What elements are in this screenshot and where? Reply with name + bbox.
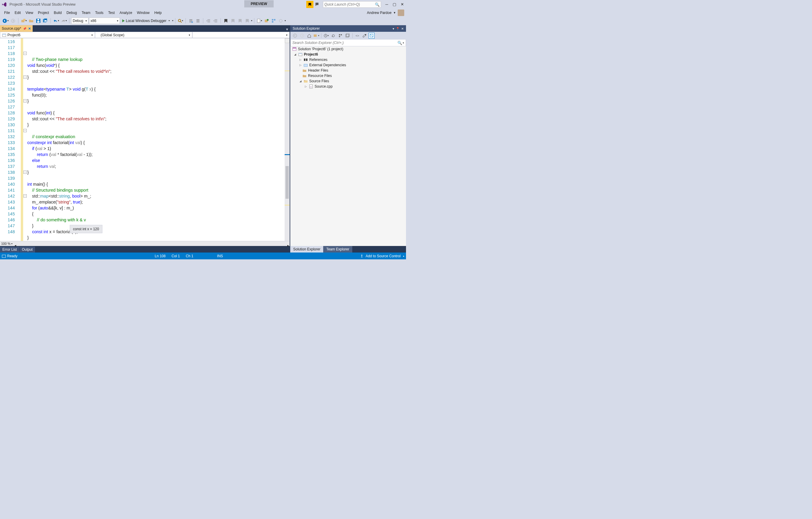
nav-project-combo[interactable]: Project6 ▾	[0, 32, 95, 38]
code-area[interactable]: // Two-phase name lookupvoid func(void*)…	[27, 38, 285, 241]
tab-solution-explorer[interactable]: Solution Explorer	[290, 246, 323, 252]
home-icon[interactable]	[306, 33, 312, 38]
svg-point-14	[267, 19, 269, 21]
find-button[interactable]: ▾	[177, 18, 184, 24]
avatar[interactable]	[398, 9, 404, 16]
nav-forward-button[interactable]	[10, 18, 16, 24]
refresh-icon[interactable]	[330, 33, 336, 38]
solution-tree[interactable]: Solution 'Project6' (1 project) ◢ Projec…	[290, 46, 406, 246]
collapse-icon[interactable]	[338, 33, 343, 38]
expander-icon[interactable]: ▷	[298, 58, 302, 61]
close-tab-icon[interactable]: ✕	[28, 27, 31, 31]
file-tab-source[interactable]: Source.cpp* 📌 ✕	[0, 25, 33, 32]
expander-icon[interactable]: ▷	[298, 63, 302, 67]
menu-analyze[interactable]: Analyze	[117, 9, 135, 16]
zoom-combo[interactable]: 100 %▾	[0, 242, 13, 245]
toolbar-overflow2-icon[interactable]: ▾	[251, 19, 252, 22]
pending-icon[interactable]: ▾	[323, 33, 329, 38]
panel-pin-icon[interactable]: 📍	[396, 27, 400, 30]
menu-file[interactable]: File	[2, 9, 12, 16]
minimize-button[interactable]: ─	[383, 1, 390, 8]
showall-icon[interactable]	[345, 33, 350, 38]
nav-member-combo[interactable]: ▾	[192, 32, 290, 38]
nav-back-button[interactable]: ▾	[2, 18, 9, 24]
menu-team[interactable]: Team	[79, 9, 93, 16]
bookmark-clear-button	[244, 18, 251, 24]
redo-button[interactable]: ▾	[60, 18, 67, 24]
tree-external[interactable]: ▷ External Dependencies	[290, 62, 406, 68]
open-file-button[interactable]	[28, 18, 34, 24]
code-icon[interactable]: <>	[354, 33, 360, 38]
uncomment-button[interactable]	[195, 18, 201, 24]
svg-point-0	[3, 19, 7, 23]
nav-scope-combo[interactable]: (Global Scope) ▾	[95, 32, 192, 38]
preview-icon[interactable]	[369, 33, 375, 38]
undo-button[interactable]: ▾	[53, 18, 60, 24]
comment-button[interactable]	[187, 18, 194, 24]
bookmark-button[interactable]	[223, 18, 229, 24]
tree-source-files[interactable]: ◢ Source Files	[290, 78, 406, 84]
tab-overflow-icon[interactable]: ▾	[284, 26, 290, 32]
new-file-button[interactable]: ▾	[256, 18, 263, 24]
indent-button[interactable]	[205, 18, 212, 24]
sync-icon[interactable]: ▾	[313, 33, 319, 38]
menu-debug[interactable]: Debug	[64, 9, 79, 16]
tree-project[interactable]: ◢ Project6	[290, 52, 406, 57]
pin-icon[interactable]: 📌	[23, 27, 26, 30]
quick-launch-input[interactable]	[324, 2, 375, 6]
expander-icon[interactable]: ◢	[293, 53, 297, 56]
solution-search-box[interactable]: 🔍▾	[290, 39, 406, 46]
search-icon[interactable]: 🔍	[397, 41, 402, 45]
outdent-button[interactable]	[212, 18, 219, 24]
feedback-send-icon[interactable]	[313, 1, 321, 8]
tree-references[interactable]: ▷ References	[290, 57, 406, 62]
code-editor[interactable]: 1161171181191201211221231241251261271281…	[0, 38, 290, 241]
fold-margin[interactable]: −−−−−−	[23, 38, 27, 241]
menu-tools[interactable]: Tools	[93, 9, 106, 16]
class-view-button[interactable]	[270, 18, 277, 24]
split-handle-icon[interactable]	[285, 38, 290, 43]
tab-error-list[interactable]: Error List	[0, 247, 19, 252]
start-debug-button[interactable]: Local Windows Debugger▾	[120, 19, 172, 23]
tree-solution[interactable]: Solution 'Project6' (1 project)	[290, 46, 406, 52]
add-class-button[interactable]	[263, 18, 270, 24]
panel-close-icon[interactable]: ✕	[401, 27, 404, 30]
save-all-button[interactable]	[42, 18, 49, 24]
restore-button[interactable]: ▢	[390, 1, 398, 8]
tree-header-files[interactable]: Header Files	[290, 68, 406, 73]
close-button[interactable]: ✕	[398, 1, 406, 8]
properties-icon[interactable]	[361, 33, 368, 38]
forward-icon[interactable]	[299, 33, 305, 38]
feedback-flag-icon[interactable]	[306, 1, 313, 8]
menu-build[interactable]: Build	[51, 9, 64, 16]
toolbar-overflow3-icon[interactable]: ▾	[285, 19, 286, 22]
menu-edit[interactable]: Edit	[12, 9, 23, 16]
config-combo[interactable]: Debug▾	[71, 18, 88, 24]
solution-search-input[interactable]	[292, 41, 397, 45]
menu-help[interactable]: Help	[152, 9, 164, 16]
platform-combo[interactable]: x86▾	[89, 18, 120, 24]
panel-title-bar[interactable]: Solution Explorer ▾ 📍 ✕	[290, 25, 406, 32]
toolbar-overflow-icon[interactable]: ▾	[172, 19, 173, 22]
new-project-button[interactable]: ▾	[20, 18, 27, 24]
folder-open-icon	[303, 79, 308, 83]
save-button[interactable]	[35, 18, 41, 24]
tab-team-explorer[interactable]: Team Explorer	[323, 246, 352, 252]
tree-source-cpp[interactable]: ▷ ++ Source.cpp	[290, 84, 406, 89]
quick-launch-box[interactable]: 🔍	[323, 1, 381, 8]
expander-icon[interactable]: ▷	[304, 85, 308, 88]
tree-resource-files[interactable]: Resource Files	[290, 73, 406, 78]
dropdown-caret-icon[interactable]: ▼	[393, 11, 396, 14]
menu-project[interactable]: Project	[36, 9, 51, 16]
panel-dropdown-icon[interactable]: ▾	[393, 27, 394, 30]
vertical-scrollbar[interactable]	[285, 38, 290, 241]
menu-window[interactable]: Window	[135, 9, 152, 16]
expander-icon[interactable]: ◢	[298, 79, 302, 83]
folder-icon	[302, 74, 307, 78]
menu-view[interactable]: View	[23, 9, 36, 16]
back-icon[interactable]	[292, 33, 298, 38]
search-icon[interactable]: 🔍	[375, 2, 380, 7]
menu-test[interactable]: Test	[106, 9, 117, 16]
user-area[interactable]: Andrew Pardoe ▼	[367, 9, 406, 16]
source-control-button[interactable]: ↥ Add to Source Control ▴	[360, 254, 404, 258]
